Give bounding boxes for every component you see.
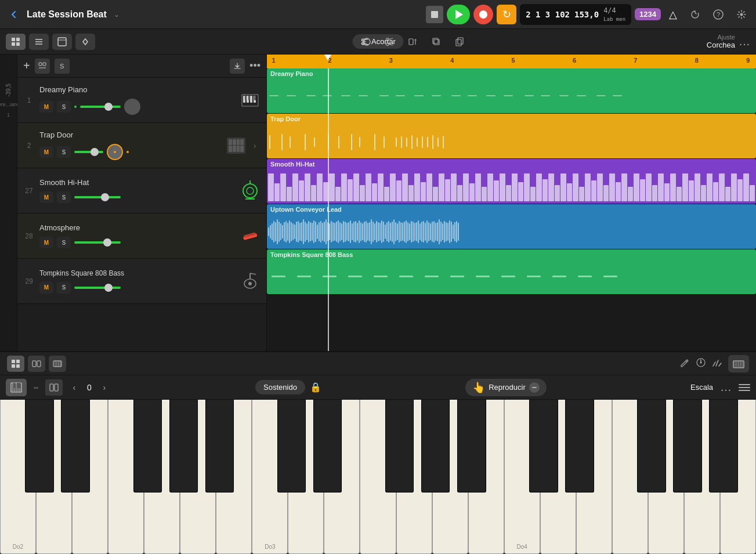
black-key-cs4[interactable]: [529, 400, 558, 493]
track-loop-button[interactable]: [35, 59, 50, 74]
lane-block[interactable]: Smooth Hi-Hat // This won't execute here…: [267, 159, 756, 204]
black-key-bb4[interactable]: [709, 400, 738, 493]
mute-button[interactable]: M: [39, 191, 53, 203]
svg-rect-33: [250, 96, 252, 103]
track-lane-dreamy-piano[interactable]: Dreamy Piano: [267, 68, 756, 114]
view-smart-button[interactable]: [75, 34, 95, 50]
black-key-fs3[interactable]: [385, 400, 414, 493]
track-info: Atmosphere M S: [36, 223, 238, 248]
split-tool-button[interactable]: [404, 33, 422, 50]
piano-keyboard-button[interactable]: [49, 356, 66, 372]
piano-note-button[interactable]: [7, 356, 24, 372]
cut-tool-button[interactable]: [381, 33, 399, 50]
track-lane-trap-door[interactable]: Trap Door: [267, 114, 756, 159]
add-track-button[interactable]: +: [23, 59, 30, 73]
stop-button[interactable]: [426, 6, 443, 23]
ajuste-label: Ajuste: [717, 34, 735, 41]
black-key-eb3[interactable]: [313, 400, 342, 493]
volume-slider[interactable]: [74, 196, 121, 198]
octave-next-button[interactable]: ›: [97, 381, 111, 394]
view-grid-button[interactable]: [6, 34, 26, 50]
cycle-button[interactable]: ↻: [497, 5, 516, 24]
track-instrument-icon[interactable]: [225, 134, 248, 157]
settings-button[interactable]: [733, 6, 750, 23]
lane-block[interactable]: Uptown Conveyor Lead: [267, 204, 756, 249]
title-chevron-icon[interactable]: ⌄: [114, 10, 120, 19]
mute-button[interactable]: M: [39, 101, 53, 113]
lock-icon[interactable]: 🔒: [310, 382, 321, 393]
timeline-ruler[interactable]: 1 2 3 4 5 6 7 8 9: [267, 55, 756, 68]
view-list-button[interactable]: [29, 34, 49, 50]
black-key-bb2[interactable]: [205, 400, 234, 493]
lane-block[interactable]: Trap Door: [267, 114, 756, 158]
track-info: Dreamy Piano M S: [36, 85, 238, 115]
split-view-button[interactable]: [45, 379, 63, 396]
mute-button[interactable]: M: [39, 282, 53, 294]
solo-button[interactable]: S: [57, 237, 71, 248]
piano-keys[interactable]: Do2 Do3 Do4: [0, 400, 756, 554]
black-key-ab4[interactable]: [673, 400, 702, 493]
black-key-ab2[interactable]: [169, 400, 198, 493]
keyboard-lines-button[interactable]: [739, 384, 750, 391]
mute-button[interactable]: M: [39, 237, 53, 248]
mini-label: Dre...iano: [0, 102, 20, 107]
back-button[interactable]: [6, 6, 22, 23]
sostenido-button[interactable]: Sostenido: [255, 380, 305, 394]
solo-button[interactable]: S: [57, 191, 71, 203]
keyboard-toggle-button[interactable]: [728, 355, 749, 372]
view-detail-button[interactable]: [52, 34, 72, 50]
piano-split-button[interactable]: [28, 356, 45, 372]
metronome-button[interactable]: △: [664, 6, 682, 23]
track-instrument-icon[interactable]: [238, 225, 262, 248]
lane-block[interactable]: Tompkins Square 808 Bass: [267, 249, 756, 294]
help-button[interactable]: ?: [710, 6, 727, 23]
black-key-fs4[interactable]: [637, 400, 666, 493]
black-key-fs2[interactable]: [133, 400, 162, 493]
octave-prev-button[interactable]: ‹: [67, 381, 81, 394]
lane-block[interactable]: Dreamy Piano: [267, 68, 756, 113]
black-key-eb4[interactable]: [565, 400, 594, 493]
svg-rect-27: [458, 38, 463, 44]
loop-button[interactable]: [358, 33, 375, 50]
reproducir-button[interactable]: 👆 Reproducir: [465, 379, 547, 396]
solo-button[interactable]: S: [57, 101, 71, 113]
copy-button[interactable]: [451, 33, 468, 50]
piano-keys-button[interactable]: [6, 379, 27, 396]
piano-edit-tools: [679, 357, 722, 370]
history-button[interactable]: [686, 6, 704, 23]
track-download-button[interactable]: [230, 59, 245, 74]
volume-slider[interactable]: [74, 241, 121, 244]
black-key-bb3[interactable]: [457, 400, 486, 493]
key-display[interactable]: 1234: [635, 8, 661, 20]
black-key-cs2[interactable]: [25, 400, 54, 493]
keyboard-more-button[interactable]: …: [720, 381, 732, 394]
track-lane-atmosphere[interactable]: Uptown Conveyor Lead: [267, 204, 756, 249]
track-knob[interactable]: [124, 99, 140, 115]
black-key-eb2[interactable]: [61, 400, 90, 493]
volume-slider[interactable]: [80, 106, 121, 108]
track-instrument-icon[interactable]: [238, 89, 262, 112]
black-key-ab3[interactable]: [421, 400, 450, 493]
volume-slider[interactable]: [74, 151, 103, 153]
track-instrument-icon[interactable]: [238, 270, 262, 293]
black-key-cs3[interactable]: [277, 400, 306, 493]
velocity-icon[interactable]: [712, 357, 722, 370]
track-instrument-icon[interactable]: [238, 179, 262, 202]
mute-button[interactable]: M: [39, 146, 53, 158]
record-button[interactable]: [473, 5, 493, 24]
solo-button[interactable]: S: [57, 146, 71, 158]
volume-slider[interactable]: [74, 287, 121, 289]
track-lane-808-bass[interactable]: Tompkins Square 808 Bass: [267, 249, 756, 295]
duplicate-button[interactable]: [428, 33, 445, 50]
track-number: 28: [22, 232, 36, 240]
track-knob[interactable]: [107, 144, 123, 160]
pencil-icon[interactable]: [679, 357, 690, 370]
track-list-more[interactable]: •••: [249, 60, 261, 72]
play-button[interactable]: [447, 5, 470, 24]
solo-button[interactable]: S: [57, 282, 71, 294]
track-expand-button[interactable]: ›: [248, 139, 262, 153]
toolbar-more-button[interactable]: …: [739, 35, 750, 48]
track-lane-smooth-hihat[interactable]: Smooth Hi-Hat // This won't execute here…: [267, 159, 756, 204]
quantize-icon[interactable]: [696, 357, 706, 370]
track-solo-button[interactable]: S: [55, 59, 70, 74]
